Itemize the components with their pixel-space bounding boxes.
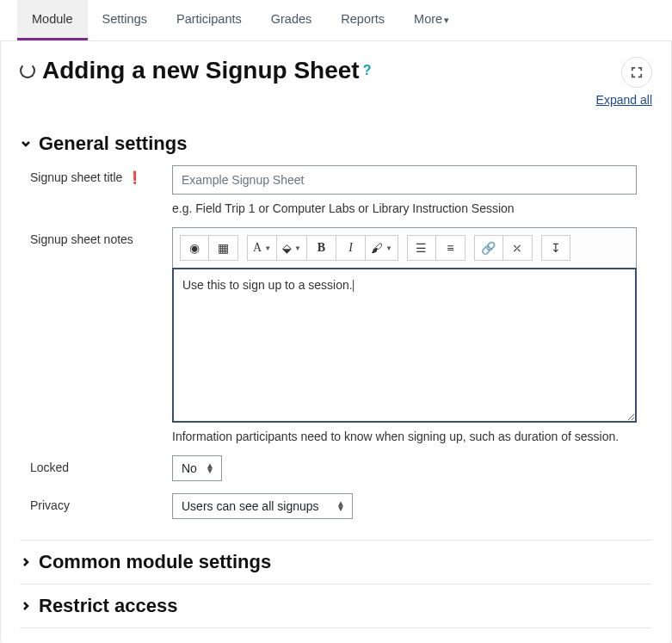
locked-select[interactable]: No ▲▼	[172, 455, 222, 481]
section-title-common: Common module settings	[39, 551, 271, 573]
chevron-down-icon: ▼	[294, 244, 301, 252]
section-toggle-general[interactable]: General settings	[20, 122, 652, 165]
tab-more-label: More	[414, 12, 442, 26]
brush-icon: 🖌	[371, 241, 383, 255]
chevron-down-icon: ▼	[385, 244, 392, 252]
chevron-down-icon: ▾	[444, 15, 449, 25]
link-icon: 🔗	[481, 241, 496, 255]
section-body-general: Signup sheet title ❗ e.g. Field Trip 1 o…	[20, 165, 652, 541]
expand-all-link[interactable]: Expand all	[596, 93, 652, 107]
tb-font-button[interactable]: A▼	[247, 235, 277, 261]
required-icon: ❗	[127, 170, 142, 184]
label-locked-text: Locked	[30, 461, 69, 474]
notes-textarea[interactable]: Use this to sign up to a session.	[172, 268, 637, 423]
tb-unlink-button[interactable]: ⤫	[503, 235, 533, 261]
tab-settings[interactable]: Settings	[88, 0, 162, 40]
tb-link-button[interactable]: 🔗	[474, 235, 503, 261]
page-title: Adding a new Signup Sheet ?	[42, 57, 371, 84]
sort-icon: ▲▼	[206, 463, 214, 473]
tab-bar: Module Settings Participants Grades Repo…	[0, 0, 672, 41]
tb-a11y-button[interactable]: ◉	[180, 235, 209, 261]
sort-icon: ▲▼	[336, 501, 345, 511]
section-toggle-restrict[interactable]: Restrict access	[20, 584, 652, 628]
tb-ol-button[interactable]: ≡	[436, 235, 465, 261]
privacy-select[interactable]: Users can see all signups ▲▼	[172, 493, 353, 519]
signup-title-input[interactable]	[172, 165, 637, 195]
chevron-down-icon	[20, 138, 32, 150]
label-locked: Locked	[30, 455, 172, 474]
activity-icon	[20, 63, 35, 78]
label-title-text: Signup sheet title	[30, 170, 122, 184]
section-toggle-common[interactable]: Common module settings	[20, 541, 652, 584]
section-title-restrict: Restrict access	[39, 595, 177, 617]
tb-italic-button[interactable]: I	[336, 235, 366, 261]
chevron-right-icon	[20, 556, 32, 568]
arrow-down-icon: ↧	[551, 241, 561, 255]
ol-icon: ≡	[447, 241, 453, 255]
italic-icon: I	[348, 241, 353, 255]
expand-all-row: Expand all	[20, 93, 652, 107]
unlink-icon: ⤫	[512, 241, 522, 255]
expand-icon	[631, 66, 643, 78]
layout-icon: ▦	[218, 241, 229, 255]
tab-module[interactable]: Module	[17, 0, 88, 40]
tab-reports[interactable]: Reports	[326, 0, 399, 40]
helptext-notes: Information participants need to know wh…	[172, 430, 637, 443]
tb-ul-button[interactable]: ☰	[407, 235, 436, 261]
tab-participants[interactable]: Participants	[162, 0, 256, 40]
label-title: Signup sheet title ❗	[30, 165, 172, 184]
tb-brush-button[interactable]: 🖌▼	[366, 235, 398, 261]
fullscreen-button[interactable]	[621, 57, 652, 88]
bold-icon: B	[318, 241, 325, 255]
tb-bold-button[interactable]: B	[307, 235, 336, 261]
font-icon: A	[253, 241, 262, 255]
label-privacy-text: Privacy	[30, 498, 70, 512]
tab-more[interactable]: More▾	[399, 0, 464, 40]
droplet-icon: ⬙	[282, 241, 292, 255]
tb-paint-button[interactable]: ⬙▼	[277, 235, 307, 261]
help-icon[interactable]: ?	[363, 63, 372, 78]
tb-layout-button[interactable]: ▦	[209, 235, 238, 261]
privacy-value: Users can see all signups	[182, 499, 319, 513]
chevron-right-icon	[20, 600, 32, 612]
label-notes: Signup sheet notes	[30, 227, 172, 246]
label-privacy: Privacy	[30, 493, 172, 512]
tab-grades[interactable]: Grades	[256, 0, 327, 40]
editor: ◉ ▦ A▼ ⬙▼ B I 🖌▼ ☰ ≡	[172, 227, 637, 423]
main-content: Adding a new Signup Sheet ? Expand all G…	[0, 41, 672, 643]
page-title-text: Adding a new Signup Sheet	[42, 57, 360, 84]
helptext-title: e.g. Field Trip 1 or Computer Labs or Li…	[172, 201, 637, 215]
section-title-general: General settings	[39, 133, 187, 155]
label-notes-text: Signup sheet notes	[30, 232, 133, 246]
locked-value: No	[182, 461, 197, 475]
accessibility-icon: ◉	[189, 241, 200, 255]
chevron-down-icon: ▼	[264, 244, 271, 252]
ul-icon: ☰	[416, 241, 427, 255]
tb-expand-button[interactable]: ↧	[541, 235, 570, 261]
editor-toolbar: ◉ ▦ A▼ ⬙▼ B I 🖌▼ ☰ ≡	[173, 228, 636, 269]
